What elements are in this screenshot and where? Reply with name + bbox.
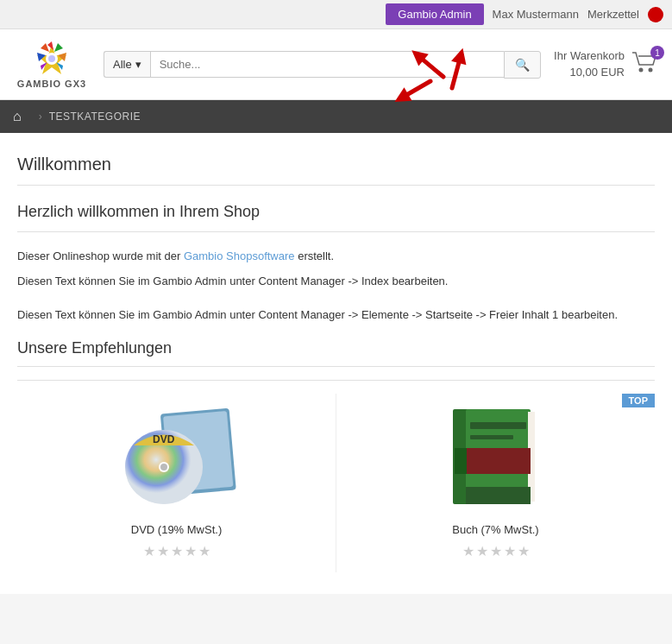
svg-point-11 <box>649 68 653 73</box>
svg-marker-2 <box>41 43 49 52</box>
top-bar: Gambio Admin Max Mustermann Merkzettel <box>0 0 672 29</box>
svg-point-9 <box>48 55 55 62</box>
content-text-3: Diesen Text können Sie im Gambio Admin u… <box>17 306 655 325</box>
breadcrumb-separator: › <box>32 102 49 131</box>
nav-bar: ⌂ › TESTKATEGORIE <box>0 100 672 133</box>
welcome-heading: Herzlich willkommen in Ihrem Shop <box>17 203 655 221</box>
cart-text: Ihr Warenkorb 10,00 EUR <box>554 48 625 79</box>
product-image-dvd: DVD <box>108 402 246 515</box>
svg-rect-31 <box>466 487 531 504</box>
flag-icon[interactable] <box>648 7 663 22</box>
product-name-buch: Buch (7% MwSt.) <box>452 523 538 536</box>
content-text-1: Dieser Onlineshop wurde mit der Gambio S… <box>17 248 655 266</box>
nav-category[interactable]: TESTKATEGORIE <box>49 102 141 131</box>
content-text-2: Diesen Text können Sie im Gambio Admin u… <box>17 273 655 291</box>
star-rating-buch: ★ ★ ★ ★ ★ <box>462 543 530 559</box>
page-title: Willkommen <box>17 155 655 174</box>
cart-area[interactable]: Ihr Warenkorb 10,00 EUR 1 <box>554 48 659 79</box>
product-grid: DVD DVD (19% MwSt.) ★ ★ ★ ★ ★ TOP <box>17 380 655 572</box>
logo-text: GAMBIO GX3 <box>17 79 86 89</box>
book-image <box>444 405 548 513</box>
search-icon: 🔍 <box>515 58 530 72</box>
svg-line-12 <box>402 81 430 98</box>
product-card-dvd[interactable]: DVD DVD (19% MwSt.) ★ ★ ★ ★ ★ <box>17 394 336 572</box>
search-input[interactable] <box>150 51 504 78</box>
svg-point-10 <box>639 68 644 73</box>
search-area: Alle ▾ 🔍 <box>104 51 541 79</box>
header: GAMBIO GX3 Alle ▾ 🔍 Ihr Warenkorb 10,00 … <box>0 29 672 100</box>
star-rating-dvd: ★ ★ ★ ★ ★ <box>143 543 210 559</box>
welcome-divider <box>17 231 655 232</box>
gambio-logo <box>28 40 76 79</box>
product-image-buch <box>427 402 565 515</box>
chevron-down-icon: ▾ <box>135 58 141 71</box>
gambio-admin-button[interactable]: Gambio Admin <box>386 3 483 25</box>
svg-rect-28 <box>470 422 526 429</box>
svg-point-23 <box>160 464 167 470</box>
dvd-image: DVD <box>116 407 237 510</box>
logo-area[interactable]: GAMBIO GX3 <box>13 40 91 89</box>
svg-rect-30 <box>466 448 531 474</box>
user-link[interactable]: Max Mustermann <box>493 8 579 21</box>
top-badge-buch: TOP <box>622 394 655 407</box>
product-name-dvd: DVD (19% MwSt.) <box>131 523 222 536</box>
main-content: Willkommen Herzlich willkommen in Ihrem … <box>0 133 672 594</box>
product-card-buch[interactable]: TOP <box>336 394 655 572</box>
gambio-link[interactable]: Gambio Shopsoftware <box>184 249 295 262</box>
cart-icon-wrap[interactable]: 1 <box>631 51 659 78</box>
cart-count-badge: 1 <box>650 46 664 60</box>
search-category-dropdown[interactable]: Alle ▾ <box>104 51 150 78</box>
svg-text:DVD: DVD <box>153 433 175 445</box>
title-divider <box>17 185 655 186</box>
svg-rect-29 <box>470 435 513 439</box>
recommendations-divider <box>17 366 655 367</box>
wishlist-link[interactable]: Merkzettel <box>587 8 639 21</box>
svg-marker-3 <box>54 43 63 52</box>
home-icon[interactable]: ⌂ <box>13 100 32 133</box>
svg-rect-32 <box>455 448 467 474</box>
search-button[interactable]: 🔍 <box>504 51 541 79</box>
recommendations-title: Unsere Empfehlungen <box>17 339 655 357</box>
